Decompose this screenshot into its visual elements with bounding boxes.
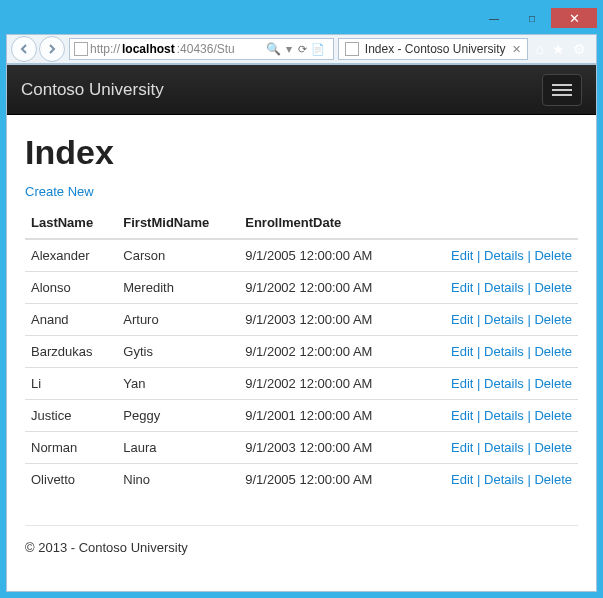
action-separator: | bbox=[524, 280, 535, 295]
delete-link[interactable]: Delete bbox=[534, 408, 572, 423]
hamburger-bar-icon bbox=[552, 94, 572, 96]
cell-enrollment: 9/1/2005 12:00:00 AM bbox=[239, 239, 412, 272]
arrow-left-icon bbox=[18, 43, 30, 55]
details-link[interactable]: Details bbox=[484, 440, 524, 455]
cell-actions: Edit | Details | Delete bbox=[413, 304, 579, 336]
page-body: Index Create New LastName FirstMidName E… bbox=[7, 115, 596, 505]
cell-actions: Edit | Details | Delete bbox=[413, 432, 579, 464]
compat-icon[interactable]: 📄 bbox=[311, 43, 325, 56]
delete-link[interactable]: Delete bbox=[534, 248, 572, 263]
cell-firstname: Yan bbox=[117, 368, 239, 400]
delete-link[interactable]: Delete bbox=[534, 472, 572, 487]
action-separator: | bbox=[524, 248, 535, 263]
cell-enrollment: 9/1/2002 12:00:00 AM bbox=[239, 336, 412, 368]
cell-actions: Edit | Details | Delete bbox=[413, 400, 579, 432]
cell-lastname: Justice bbox=[25, 400, 117, 432]
details-link[interactable]: Details bbox=[484, 408, 524, 423]
header-firstname: FirstMidName bbox=[117, 207, 239, 239]
edit-link[interactable]: Edit bbox=[451, 440, 473, 455]
cell-firstname: Meredith bbox=[117, 272, 239, 304]
browser-window: — □ ✕ http://localhost:40436/Stu 🔍 ▾ ⟳ 📄… bbox=[0, 0, 603, 598]
create-new-link[interactable]: Create New bbox=[25, 184, 94, 199]
action-separator: | bbox=[473, 280, 484, 295]
cell-lastname: Barzdukas bbox=[25, 336, 117, 368]
details-link[interactable]: Details bbox=[484, 376, 524, 391]
edit-link[interactable]: Edit bbox=[451, 472, 473, 487]
url-prefix: http:// bbox=[90, 42, 120, 56]
cell-enrollment: 9/1/2003 12:00:00 AM bbox=[239, 432, 412, 464]
action-separator: | bbox=[473, 248, 484, 263]
details-link[interactable]: Details bbox=[484, 280, 524, 295]
edit-link[interactable]: Edit bbox=[451, 280, 473, 295]
hamburger-bar-icon bbox=[552, 89, 572, 91]
cell-actions: Edit | Details | Delete bbox=[413, 464, 579, 496]
address-bar[interactable]: http://localhost:40436/Stu 🔍 ▾ ⟳ 📄 bbox=[69, 38, 334, 60]
cell-lastname: Li bbox=[25, 368, 117, 400]
cell-lastname: Olivetto bbox=[25, 464, 117, 496]
edit-link[interactable]: Edit bbox=[451, 312, 473, 327]
cell-firstname: Carson bbox=[117, 239, 239, 272]
cell-actions: Edit | Details | Delete bbox=[413, 368, 579, 400]
url-dropdown-icon[interactable]: ▾ bbox=[286, 42, 292, 56]
settings-gear-icon[interactable]: ⚙ bbox=[573, 41, 586, 57]
page-title: Index bbox=[25, 133, 578, 172]
cell-lastname: Alonso bbox=[25, 272, 117, 304]
edit-link[interactable]: Edit bbox=[451, 344, 473, 359]
arrow-right-icon bbox=[46, 43, 58, 55]
brand-link[interactable]: Contoso University bbox=[21, 80, 164, 100]
edit-link[interactable]: Edit bbox=[451, 408, 473, 423]
window-close-button[interactable]: ✕ bbox=[551, 8, 597, 28]
edit-link[interactable]: Edit bbox=[451, 376, 473, 391]
window-title-bar: — □ ✕ bbox=[6, 6, 597, 30]
delete-link[interactable]: Delete bbox=[534, 280, 572, 295]
delete-link[interactable]: Delete bbox=[534, 376, 572, 391]
edit-link[interactable]: Edit bbox=[451, 248, 473, 263]
cell-firstname: Nino bbox=[117, 464, 239, 496]
action-separator: | bbox=[473, 376, 484, 391]
details-link[interactable]: Details bbox=[484, 248, 524, 263]
hamburger-bar-icon bbox=[552, 84, 572, 86]
details-link[interactable]: Details bbox=[484, 344, 524, 359]
header-actions bbox=[413, 207, 579, 239]
cell-lastname: Alexander bbox=[25, 239, 117, 272]
header-enrollment: EnrollmentDate bbox=[239, 207, 412, 239]
action-separator: | bbox=[473, 440, 484, 455]
table-row: AlonsoMeredith9/1/2002 12:00:00 AMEdit |… bbox=[25, 272, 578, 304]
delete-link[interactable]: Delete bbox=[534, 344, 572, 359]
cell-firstname: Peggy bbox=[117, 400, 239, 432]
delete-link[interactable]: Delete bbox=[534, 312, 572, 327]
browser-toolbar: http://localhost:40436/Stu 🔍 ▾ ⟳ 📄 Index… bbox=[6, 34, 597, 64]
scroll-container[interactable]: Contoso University Index Create New Last… bbox=[7, 65, 596, 591]
action-separator: | bbox=[473, 312, 484, 327]
table-row: NormanLaura9/1/2003 12:00:00 AMEdit | De… bbox=[25, 432, 578, 464]
browser-tab[interactable]: Index - Contoso University ✕ bbox=[338, 38, 528, 60]
delete-link[interactable]: Delete bbox=[534, 440, 572, 455]
action-separator: | bbox=[524, 472, 535, 487]
action-separator: | bbox=[524, 376, 535, 391]
cell-lastname: Norman bbox=[25, 432, 117, 464]
menu-toggle-button[interactable] bbox=[542, 74, 582, 106]
search-icon[interactable]: 🔍 bbox=[263, 42, 284, 56]
forward-button[interactable] bbox=[39, 36, 65, 62]
action-separator: | bbox=[524, 408, 535, 423]
cell-actions: Edit | Details | Delete bbox=[413, 239, 579, 272]
window-minimize-button[interactable]: — bbox=[475, 8, 513, 28]
table-row: AlexanderCarson9/1/2005 12:00:00 AMEdit … bbox=[25, 239, 578, 272]
table-row: BarzdukasGytis9/1/2002 12:00:00 AMEdit |… bbox=[25, 336, 578, 368]
cell-enrollment: 9/1/2003 12:00:00 AM bbox=[239, 304, 412, 336]
header-lastname: LastName bbox=[25, 207, 117, 239]
favorites-icon[interactable]: ★ bbox=[552, 41, 565, 57]
details-link[interactable]: Details bbox=[484, 312, 524, 327]
home-icon[interactable]: ⌂ bbox=[536, 41, 544, 57]
refresh-icon[interactable]: ⟳ bbox=[298, 43, 307, 56]
action-separator: | bbox=[524, 344, 535, 359]
tab-close-icon[interactable]: ✕ bbox=[512, 43, 521, 56]
details-link[interactable]: Details bbox=[484, 472, 524, 487]
content-area: Contoso University Index Create New Last… bbox=[6, 64, 597, 592]
cell-enrollment: 9/1/2005 12:00:00 AM bbox=[239, 464, 412, 496]
page-icon bbox=[74, 42, 88, 56]
table-row: LiYan9/1/2002 12:00:00 AMEdit | Details … bbox=[25, 368, 578, 400]
cell-actions: Edit | Details | Delete bbox=[413, 336, 579, 368]
back-button[interactable] bbox=[11, 36, 37, 62]
window-maximize-button[interactable]: □ bbox=[513, 8, 551, 28]
